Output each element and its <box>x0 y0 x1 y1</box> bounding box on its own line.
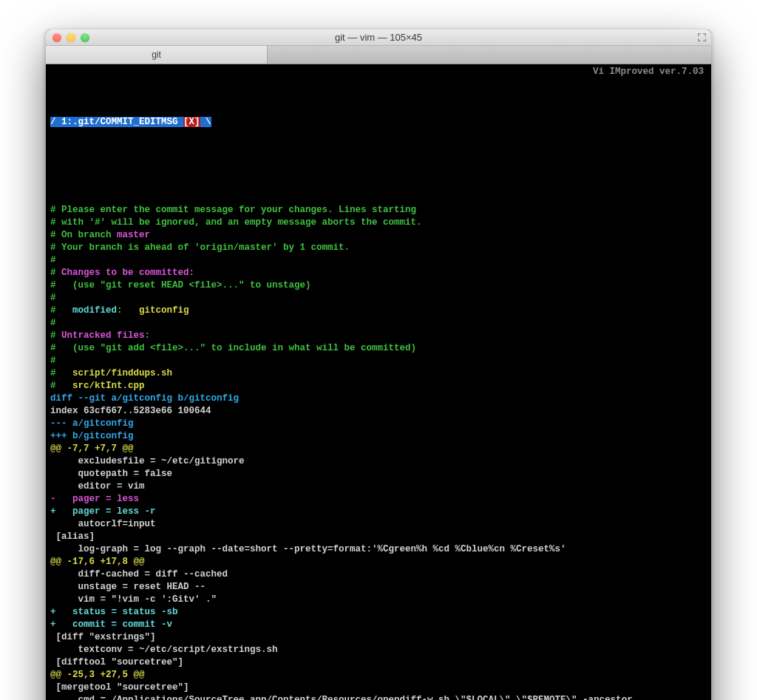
code-seg: [mergetool "sourcetree"] <box>50 682 189 693</box>
titlebar[interactable]: git — vim — 105×45 <box>46 30 711 46</box>
code-seg: diff --git a/gitconfig b/gitconfig <box>50 393 239 404</box>
code-line: # <box>50 292 707 305</box>
code-seg: # <box>50 305 72 316</box>
code-line: + commit = commit -v <box>50 619 707 631</box>
zoom-icon[interactable] <box>81 33 89 42</box>
code-line: textconv = ~/etc/script/exstrings.sh <box>50 644 707 656</box>
code-seg: # On branch <box>50 230 117 240</box>
code-seg: Untracked files: <box>61 330 150 341</box>
code-line: # <box>50 254 707 267</box>
code-line: # (use "git reset HEAD <file>..." to uns… <box>50 279 707 292</box>
code-seg: @@ -25,3 +27,5 @@ <box>50 670 145 680</box>
code-seg: # with '#' will be ignored, and an empty… <box>50 217 422 228</box>
code-line: # Changes to be committed: <box>50 267 707 279</box>
code-seg: excludesfile = ~/etc/gitignore <box>50 456 245 466</box>
code-line: # On branch master <box>50 229 707 242</box>
close-icon[interactable] <box>52 33 61 42</box>
code-seg: --- a/gitconfig <box>50 418 134 429</box>
minimize-icon[interactable] <box>67 33 75 42</box>
code-seg: script/finddups.sh <box>72 368 172 378</box>
code-seg: textconv = ~/etc/script/exstrings.sh <box>50 645 278 655</box>
code-line: quotepath = false <box>50 468 707 480</box>
code-seg: index 63cf667..5283e66 100644 <box>50 406 211 416</box>
code-line: vim = "!vim -c ':Gitv' ." <box>50 594 707 606</box>
code-seg: quotepath = false <box>50 469 172 479</box>
vim-buffer-tab[interactable]: / 1:.git/COMMIT_EDITMSG [X] \ <box>50 116 707 129</box>
code-line: [mergetool "sourcetree"] <box>50 682 707 694</box>
code-seg: - pager = less <box>50 494 139 504</box>
code-seg: gitconfig <box>139 305 189 316</box>
code-seg: # (use "git add <file>..." to include in… <box>50 343 416 353</box>
code-seg: +++ b/gitconfig <box>50 431 134 441</box>
code-line: # src/ktInt.cpp <box>50 380 707 393</box>
code-line: # <box>50 355 707 367</box>
code-seg: # (use "git reset HEAD <file>..." to uns… <box>50 280 311 290</box>
code-seg: # <box>50 268 61 278</box>
code-line: # Untracked files: <box>50 330 707 342</box>
code-line: [difftool "sourcetree"] <box>50 656 707 669</box>
code-line: # with '#' will be ignored, and an empty… <box>50 217 707 229</box>
code-seg: editor = vim <box>50 481 145 492</box>
code-line: diff --git a/gitconfig b/gitconfig <box>50 393 707 405</box>
code-line: # (use "git add <file>..." to include in… <box>50 342 707 355</box>
code-seg: [difftool "sourcetree"] <box>50 657 183 667</box>
code-line: # Please enter the commit message for yo… <box>50 204 707 217</box>
code-line: # modified: gitconfig <box>50 305 707 317</box>
code-seg: # Please enter the commit message for yo… <box>50 205 416 215</box>
code-seg: src/ktInt.cpp <box>72 381 145 391</box>
window-title: git — vim — 105×45 <box>46 32 711 43</box>
code-line: # script/finddups.sh <box>50 367 707 380</box>
code-seg: autocrlf=input <box>50 519 156 529</box>
code-seg: : <box>117 305 139 316</box>
code-seg: + pager = less -r <box>50 506 156 517</box>
code-seg: # <box>50 255 56 265</box>
code-seg: # Your branch is ahead of 'origin/master… <box>50 242 350 253</box>
code-line: log-graph = log --graph --date=short --p… <box>50 543 707 556</box>
code-seg: # <box>50 293 56 303</box>
code-seg: master <box>117 230 150 240</box>
code-seg: # <box>50 356 56 366</box>
traffic-lights <box>46 33 89 42</box>
code-line: - pager = less <box>50 493 707 506</box>
code-seg: @@ -7,7 +7,7 @@ <box>50 444 134 454</box>
code-seg: # <box>50 330 61 341</box>
code-seg: [diff "exstrings"] <box>50 632 156 642</box>
fullscreen-icon[interactable] <box>697 33 707 42</box>
code-seg: + commit = commit -v <box>50 619 172 630</box>
code-line: + status = status -sb <box>50 606 707 619</box>
code-seg: modified <box>72 305 117 316</box>
code-seg: diff-cached = diff --cached <box>50 569 228 580</box>
terminal-tab-bar: git <box>46 46 711 64</box>
terminal-window: git — vim — 105×45 git Vi IMproved ver.7… <box>46 30 711 700</box>
code-seg: [alias] <box>50 531 95 542</box>
code-seg: + status = status -sb <box>50 607 178 617</box>
code-line: editor = vim <box>50 480 707 493</box>
code-line: @@ -25,3 +27,5 @@ <box>50 669 707 682</box>
code-line: [diff "exstrings"] <box>50 631 707 644</box>
code-line: + pager = less -r <box>50 506 707 518</box>
code-line: [alias] <box>50 531 707 543</box>
code-line: --- a/gitconfig <box>50 418 707 430</box>
code-seg: cmd = /Applications/SourceTree.app/Conte… <box>50 695 638 700</box>
terminal-viewport[interactable]: Vi IMproved ver.7.03 / 1:.git/COMMIT_EDI… <box>46 64 711 700</box>
code-line: @@ -7,7 +7,7 @@ <box>50 443 707 455</box>
code-seg: Changes to be committed: <box>61 268 194 278</box>
terminal-tab-git[interactable]: git <box>46 46 268 64</box>
vim-version-label: Vi IMproved ver.7.03 <box>593 66 704 78</box>
code-seg: @@ -17,6 +17,8 @@ <box>50 557 145 567</box>
code-line: unstage = reset HEAD -- <box>50 581 707 594</box>
code-line: cmd = /Applications/SourceTree.app/Conte… <box>50 694 707 700</box>
code-line: # <box>50 317 707 330</box>
code-line: @@ -17,6 +17,8 @@ <box>50 556 707 568</box>
code-line: index 63cf667..5283e66 100644 <box>50 405 707 418</box>
modified-flag: [X] <box>183 117 200 127</box>
code-line: +++ b/gitconfig <box>50 430 707 443</box>
code-line: autocrlf=input <box>50 518 707 531</box>
code-seg: log-graph = log --graph --date=short --p… <box>50 544 566 554</box>
code-seg: # <box>50 318 56 328</box>
code-line: # Your branch is ahead of 'origin/master… <box>50 242 707 254</box>
code-seg: unstage = reset HEAD -- <box>50 582 206 592</box>
code-seg: # <box>50 368 72 378</box>
code-line: diff-cached = diff --cached <box>50 568 707 581</box>
code-line: excludesfile = ~/etc/gitignore <box>50 455 707 468</box>
